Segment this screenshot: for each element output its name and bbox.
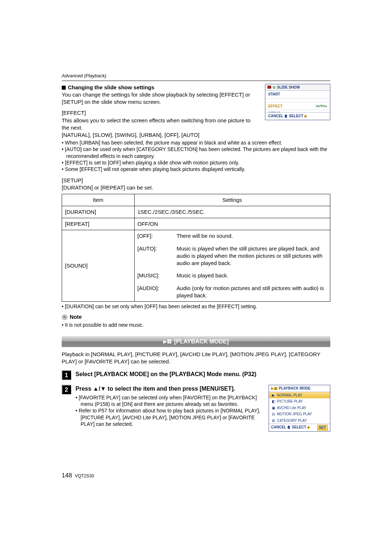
col-header-item: Item xyxy=(62,194,135,206)
note-bullets: It is not possible to add new music. xyxy=(62,322,330,328)
sound-val: There will be no sound. xyxy=(177,232,327,240)
col-header-settings: Settings xyxy=(134,194,330,206)
sound-key: [AUTO]: xyxy=(138,245,174,267)
sound-key: [AUDIO]: xyxy=(138,285,174,300)
document-code: VQT2S30 xyxy=(75,473,94,479)
bullet: When [URBAN] has been selected, the pict… xyxy=(62,139,330,146)
intro-text: You can change the settings for slide sh… xyxy=(62,91,258,106)
cell-value: 1SEC./2SEC./3SEC./5SEC. xyxy=(134,206,330,218)
category-icon: ⊞ xyxy=(271,418,275,423)
bullet: Some [EFFECT] will not operate when play… xyxy=(62,166,330,172)
record-icon xyxy=(268,86,271,89)
film-icon: ⊟ xyxy=(271,412,275,417)
sound-val: Music is played back. xyxy=(177,272,327,279)
bullet: [FAVORITE PLAY] can be selected only whe… xyxy=(75,394,263,407)
cell-sound: [OFF]: There will be no sound. [AUTO]: M… xyxy=(134,230,330,302)
cell-value: OFF/ON xyxy=(134,218,330,230)
bullet: [DURATION] can be set only when [OFF] ha… xyxy=(62,303,330,310)
playback-mode-icon: ▶▦ xyxy=(271,386,277,391)
camera-icon: ◧ xyxy=(271,399,275,404)
bullet: It is not possible to add new music. xyxy=(62,322,330,328)
rule xyxy=(62,81,330,81)
set-button: SET xyxy=(317,425,328,431)
step-1-badge: 1 xyxy=(62,370,71,380)
subheading-text: Changing the slide show settings xyxy=(68,84,154,91)
square-bullet-icon xyxy=(62,86,66,90)
manual-page: Advanced (Playback) Changing the slide s… xyxy=(0,0,392,502)
playback-mode-icon: ▶ xyxy=(163,339,171,345)
screenshot-footer: CANCEL 🗑 SELECT ◆ xyxy=(265,112,330,120)
effect-bullet-list: When [URBAN] has been selected, the pict… xyxy=(62,139,330,172)
video-icon: ▣ xyxy=(271,406,275,411)
bullet: [AUTO] can be used only when [CATEGORY S… xyxy=(62,146,330,159)
cell-item: [SOUND] xyxy=(62,230,135,302)
settings-table: Item Settings [DURATION] 1SEC./2SEC./3SE… xyxy=(62,194,330,302)
section-header: Advanced (Playback) xyxy=(62,73,330,80)
slideshow-menu-screenshot: ✿ SLIDE SHOW START EFFECT AUTO SETUP CAN… xyxy=(265,84,330,120)
screenshot-title: SLIDE SHOW xyxy=(277,85,300,90)
effect-options: [NATURAL], [SLOW], [SWING], [URBAN], [OF… xyxy=(62,131,330,139)
menu-item: ▶NORMAL PLAY xyxy=(269,392,330,399)
cell-item: [DURATION] xyxy=(62,206,135,218)
menu-item: ⊞CATEGORY PLAY xyxy=(269,417,330,424)
effect-desc: This allows you to select the screen eff… xyxy=(62,117,258,132)
setup-desc: [DURATION] or [REPEAT] can be set. xyxy=(62,184,330,191)
step-2-heading: Press ▲/▼ to select the item and then pr… xyxy=(75,385,263,393)
screenshot-title: PLAYBACK MODE xyxy=(279,386,310,391)
gear-icon: ✿ xyxy=(273,85,275,90)
sound-key: [MUSIC]: xyxy=(138,272,174,279)
cell-item: [REPEAT] xyxy=(62,218,135,230)
menu-item: ⊟MOTION JPEG PLAY xyxy=(269,411,330,417)
subheading: Changing the slide show settings xyxy=(62,84,258,91)
menu-item-effect: EFFECT AUTO xyxy=(265,103,330,110)
screenshot-footer: CANCEL 🗑 SELECT ◆ SET xyxy=(269,424,330,431)
sound-val: Music is played when the still pictures … xyxy=(177,245,327,267)
chevron-right-icon xyxy=(326,105,327,107)
setup-title: [SETUP] xyxy=(62,177,330,184)
playback-intro: Playback in [NORMAL PLAY], [PICTURE PLAY… xyxy=(62,351,330,366)
sound-val: Audio (only for motion pictures and stil… xyxy=(177,285,327,300)
page-number: 148 xyxy=(62,472,72,480)
page-footer: 148 VQT2S30 xyxy=(62,472,330,480)
effect-title: [EFFECT] xyxy=(62,109,258,117)
playback-mode-banner: ▶ [PLAYBACK MODE] xyxy=(62,336,330,347)
note-icon: ✎ xyxy=(62,314,68,320)
step-1-text: Select [PLAYBACK MODE] on the [PLAYBACK]… xyxy=(75,370,330,378)
bullet: [EFFECT] is set to [OFF] when playing a … xyxy=(62,159,330,166)
menu-item: ▣AVCHD Lite PLAY xyxy=(269,405,330,411)
menu-item: ◧PICTURE PLAY xyxy=(269,398,330,405)
bullet: Refer to P57 for information about how t… xyxy=(75,407,263,427)
play-icon: ▶ xyxy=(271,393,275,398)
note-label: Note xyxy=(70,313,82,321)
sound-key: [OFF]: xyxy=(138,232,174,240)
playback-mode-screenshot: ▶▦ PLAYBACK MODE ▶NORMAL PLAY ◧PICTURE P… xyxy=(269,385,330,432)
menu-item-start: START xyxy=(265,91,330,98)
after-table-bullets: [DURATION] can be set only when [OFF] ha… xyxy=(62,303,330,310)
step-2-bullets: [FAVORITE PLAY] can be selected only whe… xyxy=(75,394,263,427)
step-2-badge: 2 xyxy=(62,385,71,394)
